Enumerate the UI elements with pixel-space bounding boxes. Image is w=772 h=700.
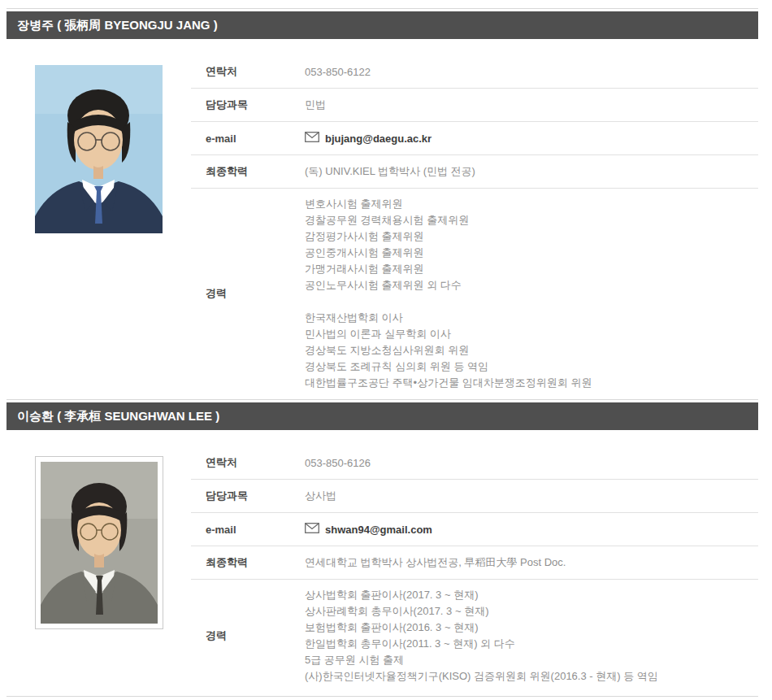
subject-value: 민법	[305, 98, 326, 112]
career-value: 변호사시험 출제위원경찰공무원 경력채용시험 출제위원감정평가사시험 출제위원공…	[305, 196, 592, 391]
subject-row: 담당과목 민법	[191, 89, 758, 122]
profile-1-body: 연락처 053-850-6122 담당과목 민법 e-mail bjujang@…	[7, 39, 758, 399]
education-row: 최종학력 (독) UNIV.KIEL 법학박사 (민법 전공)	[191, 155, 758, 189]
contact-label: 연락처	[191, 455, 305, 470]
contact-value: 053-850-6126	[305, 457, 371, 469]
portrait-illustration-1	[35, 65, 163, 233]
subject-label: 담당과목	[191, 489, 305, 503]
profile-2-name-header: 이승환 ( 李承桓 SEUNGHWAN LEE )	[7, 402, 758, 430]
profile-1-name-header: 장병주 ( 張柄周 BYEONGJU JANG )	[7, 11, 758, 39]
education-value: 연세대학교 법학박사 상사법전공, 早稻田大學 Post Doc.	[305, 555, 566, 570]
email-link[interactable]: bjujang@daegu.ac.kr	[325, 133, 432, 145]
career-label: 경력	[191, 286, 305, 301]
email-value: bjujang@daegu.ac.kr	[305, 132, 432, 145]
education-value: (독) UNIV.KIEL 법학박사 (민법 전공)	[305, 164, 475, 179]
page-bottom-divider	[7, 696, 758, 697]
email-row: e-mail bjujang@daegu.ac.kr	[191, 122, 758, 155]
email-label: e-mail	[191, 524, 305, 536]
email-link[interactable]: shwan94@gmail.com	[325, 524, 432, 536]
career-label: 경력	[191, 628, 305, 643]
contact-row: 연락처 053-850-6122	[191, 55, 758, 89]
subject-row: 담당과목 상사법	[191, 480, 758, 513]
professor-photo	[35, 456, 163, 629]
profile-section-2: 이승환 ( 李承桓 SEUNGHWAN LEE )	[7, 399, 758, 696]
professor-photo	[35, 65, 163, 233]
contact-value: 053-850-6122	[305, 66, 371, 78]
contact-row: 연락처 053-850-6126	[191, 446, 758, 480]
faculty-list: 장병주 ( 張柄周 BYEONGJU JANG )	[7, 8, 758, 697]
envelope-icon	[305, 523, 319, 536]
career-value: 상사법학회 출판이사(2017. 3 ~ 현재)상사판례학회 총무이사(2017…	[305, 587, 658, 685]
envelope-icon	[305, 132, 319, 145]
email-value: shwan94@gmail.com	[305, 523, 432, 536]
career-row: 경력 변호사시험 출제위원경찰공무원 경력채용시험 출제위원감정평가사시험 출제…	[191, 189, 758, 399]
subject-value: 상사법	[305, 489, 336, 503]
profile-2-photo-column	[7, 446, 191, 696]
profile-2-body: 연락처 053-850-6126 담당과목 상사법 e-mail shwan94…	[7, 430, 758, 696]
education-label: 최종학력	[191, 164, 305, 179]
subject-label: 담당과목	[191, 98, 305, 112]
portrait-illustration-2	[41, 462, 158, 624]
career-row: 경력 상사법학회 출판이사(2017. 3 ~ 현재)상사판례학회 총무이사(2…	[191, 580, 758, 696]
education-row: 최종학력 연세대학교 법학박사 상사법전공, 早稻田大學 Post Doc.	[191, 546, 758, 580]
profile-2-info-table: 연락처 053-850-6126 담당과목 상사법 e-mail shwan94…	[191, 446, 758, 696]
profile-1-photo-column	[7, 55, 191, 399]
contact-label: 연락처	[191, 64, 305, 79]
email-label: e-mail	[191, 133, 305, 145]
email-row: e-mail shwan94@gmail.com	[191, 513, 758, 546]
profile-section-1: 장병주 ( 張柄周 BYEONGJU JANG )	[7, 8, 758, 399]
education-label: 최종학력	[191, 555, 305, 570]
profile-1-info-table: 연락처 053-850-6122 담당과목 민법 e-mail bjujang@…	[191, 55, 758, 399]
